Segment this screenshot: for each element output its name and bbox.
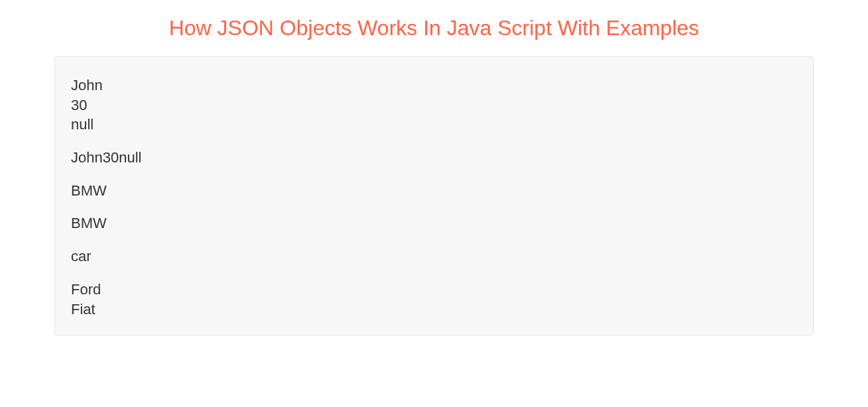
output-block-1: John 30 null [71,76,797,135]
output-block-6: Ford Fiat [71,280,797,319]
output-line: John [71,77,103,93]
page-title: How JSON Objects Works In Java Script Wi… [54,16,814,40]
output-block-5: car [71,247,797,266]
output-line: Ford [71,281,101,298]
output-line: BMW [71,215,107,231]
output-block-4: BMW [71,213,797,233]
output-block-3: BMW [71,181,797,201]
output-line: null [71,116,93,133]
output-line: John30null [71,149,141,166]
output-line: 30 [71,97,87,113]
output-line: car [71,248,92,264]
output-block-2: John30null [71,148,797,168]
output-panel: John 30 null John30null BMW BMW car Ford… [54,56,814,335]
output-line: BMW [71,182,107,199]
output-line: Fiat [71,301,95,318]
